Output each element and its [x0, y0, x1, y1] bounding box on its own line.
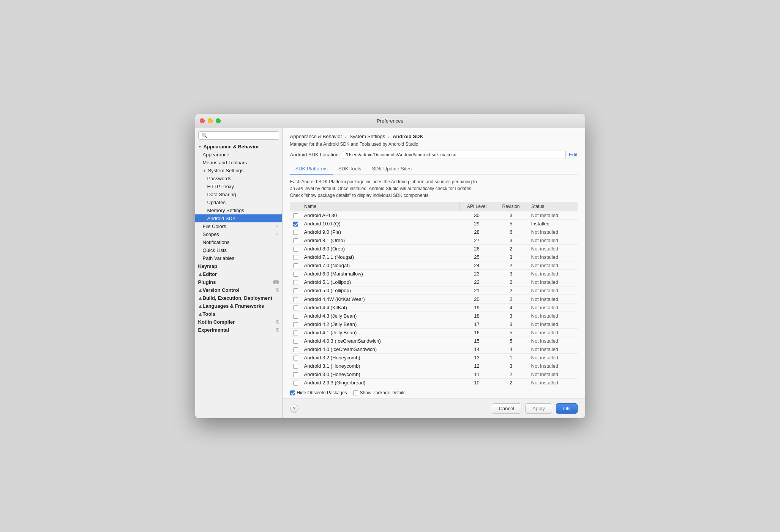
row-checkbox[interactable]: [293, 339, 298, 344]
sidebar-item-menus-toolbars[interactable]: Menus and Toolbars: [195, 159, 282, 167]
row-checkbox-cell[interactable]: [290, 211, 301, 219]
row-name: Android 8.1 (Oreo): [301, 236, 460, 245]
sidebar-item-version-control[interactable]: ▶ Version Control ⎘: [195, 286, 282, 294]
sidebar-item-editor[interactable]: ▶ Editor: [195, 270, 282, 278]
sidebar-item-keymap[interactable]: Keymap: [195, 262, 282, 270]
tab-sdk-update-sites[interactable]: SDK Update Sites: [366, 164, 417, 175]
row-checkbox[interactable]: [293, 372, 298, 377]
row-checkbox-cell[interactable]: [290, 286, 301, 295]
hide-obsolete-label[interactable]: Hide Obsolete Packages: [290, 390, 347, 395]
row-checkbox-cell[interactable]: [290, 236, 301, 245]
row-checkbox[interactable]: [293, 238, 298, 243]
sidebar-item-scopes[interactable]: Scopes ⎘: [195, 230, 282, 238]
sidebar-item-label: Android SDK: [207, 216, 236, 221]
row-revision: 2: [494, 286, 528, 295]
row-checkbox[interactable]: [293, 297, 298, 302]
sidebar-item-system-settings[interactable]: ▼ System Settings: [195, 167, 282, 175]
hide-obsolete-checkbox[interactable]: [290, 390, 295, 395]
cancel-button[interactable]: Cancel: [492, 403, 521, 414]
sidebar-item-http-proxy[interactable]: HTTP Proxy: [195, 183, 282, 190]
row-checkbox[interactable]: [293, 305, 298, 310]
row-checkbox[interactable]: [293, 222, 298, 227]
breadcrumb: Appearance & Behavior › System Settings …: [290, 134, 578, 139]
close-button[interactable]: [200, 118, 205, 123]
sidebar-item-updates[interactable]: Updates: [195, 198, 282, 206]
row-checkbox-cell[interactable]: [290, 370, 301, 379]
row-status: Not installed: [528, 345, 578, 353]
show-details-checkbox[interactable]: [353, 390, 358, 395]
apply-button[interactable]: Apply: [525, 403, 552, 414]
sidebar-item-path-variables[interactable]: Path Variables: [195, 254, 282, 262]
row-checkbox-cell[interactable]: [290, 379, 301, 387]
sidebar-item-tools[interactable]: ▶ Tools: [195, 310, 282, 318]
row-checkbox-cell[interactable]: [290, 228, 301, 236]
row-checkbox[interactable]: [293, 288, 298, 293]
row-checkbox-cell[interactable]: [290, 261, 301, 270]
sidebar-item-passwords[interactable]: Passwords: [195, 175, 282, 183]
sidebar-item-kotlin-compiler[interactable]: Kotlin Compiler ⎘: [195, 318, 282, 326]
row-checkbox[interactable]: [293, 322, 298, 327]
row-checkbox-cell[interactable]: [290, 245, 301, 253]
row-checkbox[interactable]: [293, 331, 298, 335]
row-checkbox[interactable]: [293, 213, 298, 218]
row-checkbox-cell[interactable]: [290, 353, 301, 362]
ok-button[interactable]: OK: [556, 403, 578, 414]
minimize-button[interactable]: [208, 118, 213, 123]
row-checkbox[interactable]: [293, 255, 298, 260]
help-button[interactable]: ?: [290, 405, 298, 413]
chevron-icon: ▶: [197, 288, 202, 291]
row-checkbox-cell[interactable]: [290, 320, 301, 328]
sidebar-item-memory-settings[interactable]: Memory Settings: [195, 206, 282, 214]
sidebar-item-file-colors[interactable]: File Colors ⎘: [195, 222, 282, 230]
row-status: Installed: [528, 219, 578, 228]
row-checkbox-cell[interactable]: [290, 337, 301, 345]
row-checkbox-cell[interactable]: [290, 303, 301, 312]
row-status: Not installed: [528, 245, 578, 253]
sidebar-item-appearance[interactable]: Appearance: [195, 151, 282, 159]
edit-link[interactable]: Edit: [569, 152, 577, 157]
row-checkbox[interactable]: [293, 314, 298, 319]
breadcrumb-current: Android SDK: [393, 134, 423, 139]
row-checkbox[interactable]: [293, 230, 298, 235]
sidebar-item-appearance-behavior[interactable]: ▼ Appearance & Behavior: [195, 143, 282, 151]
row-checkbox-cell[interactable]: [290, 312, 301, 320]
row-checkbox-cell[interactable]: [290, 345, 301, 353]
row-checkbox-cell[interactable]: [290, 270, 301, 278]
row-api-level: 19: [460, 303, 494, 312]
maximize-button[interactable]: [216, 118, 221, 123]
sdk-location-input[interactable]: [343, 151, 566, 159]
row-checkbox-cell[interactable]: [290, 219, 301, 228]
row-checkbox-cell[interactable]: [290, 253, 301, 261]
row-checkbox[interactable]: [293, 280, 298, 285]
sidebar-item-notifications[interactable]: Notifications: [195, 238, 282, 246]
sidebar-item-experimental[interactable]: Experimental ⎘: [195, 326, 282, 334]
row-checkbox[interactable]: [293, 356, 298, 360]
row-checkbox-cell[interactable]: [290, 278, 301, 286]
tab-sdk-platforms[interactable]: SDK Platforms: [290, 164, 333, 175]
row-checkbox-cell[interactable]: [290, 295, 301, 303]
row-checkbox-cell[interactable]: [290, 328, 301, 337]
sidebar-item-data-sharing[interactable]: Data Sharing: [195, 190, 282, 198]
sidebar-item-build-execution[interactable]: ▶ Build, Execution, Deployment: [195, 294, 282, 302]
row-checkbox[interactable]: [293, 263, 298, 268]
row-checkbox[interactable]: [293, 381, 298, 386]
show-details-label[interactable]: Show Package Details: [353, 390, 406, 395]
row-checkbox[interactable]: [293, 272, 298, 277]
row-checkbox[interactable]: [293, 364, 298, 369]
sidebar-item-quick-lists[interactable]: Quick Lists: [195, 246, 282, 254]
row-checkbox[interactable]: [293, 247, 298, 252]
search-box[interactable]: 🔍: [198, 131, 279, 140]
tab-sdk-tools[interactable]: SDK Tools: [333, 164, 366, 175]
row-name: Android API 30: [301, 211, 460, 219]
row-checkbox-cell[interactable]: [290, 362, 301, 370]
sidebar-item-languages-frameworks[interactable]: ▶ Languages & Frameworks: [195, 302, 282, 310]
bottom-left: ?: [290, 405, 488, 413]
search-input[interactable]: [209, 133, 276, 138]
sidebar: 🔍 ▼ Appearance & Behavior Appearance Men…: [195, 128, 283, 418]
row-checkbox[interactable]: [293, 347, 298, 352]
row-api-level: 22: [460, 278, 494, 286]
sidebar-item-plugins[interactable]: Plugins 1: [195, 278, 282, 286]
row-revision: 5: [494, 219, 528, 228]
table-row: Android 4.0 (IceCreamSandwich)144Not ins…: [290, 345, 578, 353]
sidebar-item-android-sdk[interactable]: Android SDK: [195, 214, 282, 222]
